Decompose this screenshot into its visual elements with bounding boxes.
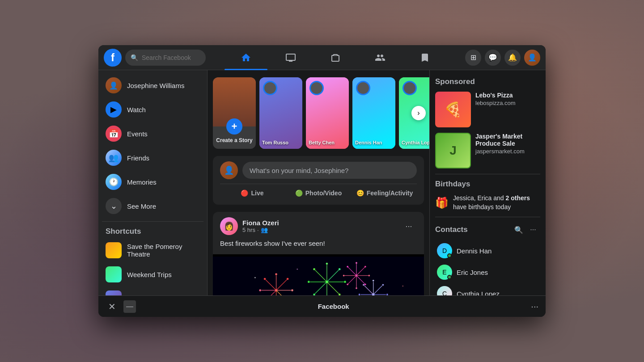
- sidebar-item-memories[interactable]: 🕐 Memories: [102, 170, 203, 194]
- svg-point-83: [347, 283, 348, 285]
- contact-cynthia[interactable]: C Cynthia Lopez: [435, 283, 540, 295]
- ad-thumb-pizza: 🍕: [435, 92, 471, 127]
- user-avatar-header[interactable]: 👤: [524, 50, 540, 66]
- shortcut-jaspers[interactable]: Jasper's Market: [102, 287, 203, 295]
- create-story-label: Create a Story: [214, 135, 254, 143]
- bottom-more-button[interactable]: ···: [531, 301, 538, 311]
- sidebar-username: Josephine Williams: [127, 82, 184, 89]
- right-divider-1: [435, 174, 540, 174]
- story-card-tom[interactable]: Tom Russo: [259, 77, 302, 149]
- story-avatar-tom: [263, 81, 277, 95]
- shortcut-weekend[interactable]: Weekend Trips: [102, 263, 203, 286]
- birthdays-title: Birthdays: [435, 180, 540, 189]
- grid-menu-button[interactable]: ⊞: [465, 50, 481, 66]
- shortcut-pomeroy[interactable]: Save the Pomeroy Theatre: [102, 239, 203, 262]
- friends-icon: 👥: [106, 150, 122, 166]
- header: f 🔍 ⊞ 💬 🔔 👤: [98, 45, 546, 70]
- messenger-button[interactable]: 💬: [485, 50, 501, 66]
- notifications-button[interactable]: 🔔: [504, 50, 521, 66]
- nav-tab-marketplace[interactable]: [314, 47, 357, 68]
- birthday-icon: 🎁: [435, 197, 449, 209]
- story-card-betty[interactable]: Betty Chen: [306, 77, 349, 149]
- svg-point-30: [339, 293, 341, 295]
- sidebar-events-label: Events: [127, 130, 148, 138]
- sidebar-item-watch[interactable]: ▶ Watch: [102, 98, 203, 121]
- story-avatar-cynthia: [402, 81, 417, 95]
- shortcut-pomeroy-label: Save the Pomeroy Theatre: [127, 243, 200, 258]
- shortcut-thumb-jaspers: [106, 290, 122, 295]
- sidebar-memories-label: Memories: [127, 178, 157, 186]
- story-name-dennis: Dennis Han: [355, 140, 393, 145]
- ad-card-pizza[interactable]: 🍕 Lebo's Pizza lebospizza.com: [435, 92, 540, 127]
- nav-tab-friends[interactable]: [359, 47, 402, 68]
- sidebar-item-events[interactable]: 📅 Events: [102, 122, 203, 145]
- facebook-logo[interactable]: f: [104, 49, 122, 67]
- post-time: 5 hrs: [242, 227, 255, 233]
- svg-point-11: [287, 278, 289, 280]
- news-post-1: 👩 Fiona Ozeri 5 hrs · 👥 ··· Best firewor…: [213, 212, 424, 295]
- create-story-card[interactable]: + Create a Story: [213, 77, 256, 149]
- svg-point-91: [297, 268, 298, 269]
- svg-point-33: [308, 281, 310, 283]
- svg-point-81: [364, 283, 366, 285]
- contacts-more-button[interactable]: ···: [526, 223, 540, 237]
- svg-point-28: [339, 268, 341, 270]
- post-input[interactable]: What's on your mind, Josephine?: [242, 162, 417, 179]
- search-box[interactable]: 🔍: [125, 50, 206, 66]
- nav-tab-saved[interactable]: [403, 47, 446, 68]
- birthday-text: Jessica, Erica and 2 others have birthda…: [453, 194, 540, 211]
- svg-point-84: [343, 274, 345, 276]
- post-user-avatar: 👩: [220, 217, 238, 235]
- minimize-button[interactable]: —: [123, 300, 136, 313]
- svg-point-45: [382, 284, 384, 286]
- svg-point-80: [368, 274, 370, 276]
- stories-row: + Create a Story Tom Russo Betty Chen: [213, 77, 424, 149]
- search-icon: 🔍: [131, 54, 138, 61]
- birthday-text-post: have birthdays today: [453, 203, 511, 210]
- post-box-avatar: 👤: [220, 161, 238, 179]
- close-button[interactable]: ✕: [106, 300, 118, 313]
- svg-point-85: [347, 265, 348, 267]
- contacts-search-button[interactable]: 🔍: [512, 223, 526, 237]
- shortcut-thumb-weekend: [106, 266, 122, 282]
- contact-name-cynthia: Cynthia Lopez: [457, 290, 500, 295]
- post-photo-button[interactable]: 🟢 Photo/Video: [286, 187, 351, 199]
- post-feeling-button[interactable]: 😊 Feeling/Activity: [352, 187, 417, 199]
- contact-dennis[interactable]: D Dennis Han: [435, 240, 540, 261]
- online-indicator-eric: [447, 275, 452, 279]
- post-text: Best fireworks show I've ever seen!: [213, 239, 424, 254]
- contact-eric[interactable]: E Eric Jones: [435, 262, 540, 282]
- svg-point-44: [373, 279, 374, 281]
- live-icon: 🔴: [241, 189, 248, 197]
- watch-icon: ▶: [106, 101, 122, 118]
- story-avatar-dennis: [356, 81, 370, 95]
- post-more-button[interactable]: ···: [401, 218, 417, 234]
- story-card-dennis[interactable]: Dennis Han: [352, 77, 395, 149]
- nav-tabs: [209, 47, 462, 68]
- post-live-button[interactable]: 🔴 Live: [220, 187, 284, 199]
- main-content: 👤 Josephine Williams ▶ Watch 📅 Events 👥 …: [98, 70, 546, 295]
- sidebar-divider: [102, 221, 203, 222]
- nav-tab-home[interactable]: [225, 47, 267, 68]
- post-box: 👤 What's on your mind, Josephine? 🔴 Live…: [213, 156, 424, 205]
- post-username[interactable]: Fiona Ozeri: [242, 219, 396, 227]
- story-avatar-betty: [309, 81, 324, 95]
- contact-avatar-eric: E: [437, 265, 452, 280]
- photo-icon: 🟢: [295, 189, 303, 197]
- stories-next-button[interactable]: ›: [411, 106, 426, 120]
- sidebar-see-more-button[interactable]: ⌄ See More: [102, 194, 203, 218]
- sidebar-item-user[interactable]: 👤 Josephine Williams: [102, 74, 203, 97]
- create-story-plus-icon: +: [226, 118, 242, 135]
- search-input[interactable]: [142, 54, 195, 61]
- post-placeholder: What's on your mind, Josephine?: [250, 167, 348, 174]
- story-name-cynthia: Cynthia Lopez: [402, 140, 429, 145]
- ad-card-jasper[interactable]: J Jasper's Market Produce Sale jaspersma…: [435, 133, 540, 168]
- nav-tab-watch[interactable]: [269, 47, 312, 68]
- story-name-tom: Tom Russo: [262, 140, 300, 145]
- sidebar-item-friends[interactable]: 👥 Friends: [102, 146, 203, 169]
- online-indicator-dennis: [447, 253, 452, 258]
- post-divider: [220, 184, 417, 184]
- svg-point-16: [259, 289, 261, 291]
- post-meta: 5 hrs · 👥: [242, 227, 396, 233]
- ad-url-pizza: lebospizza.com: [475, 100, 540, 106]
